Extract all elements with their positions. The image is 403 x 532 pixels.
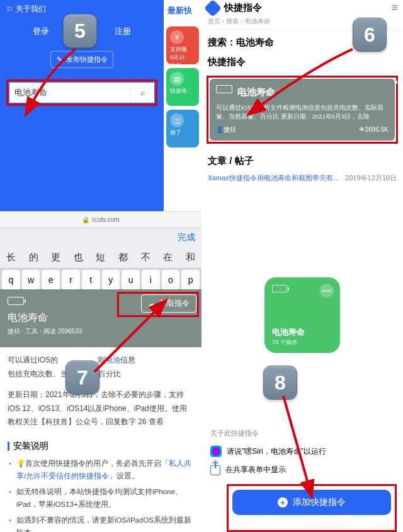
section-heading: 快捷指令 [202, 50, 403, 73]
key-y[interactable]: y [102, 270, 120, 290]
panel-7: ☁ 获取指令 电池寿命 捷径 · 工具 · 阅读 2696533 可以通过iOS… [0, 289, 202, 532]
candidate[interactable]: 的 [29, 252, 38, 263]
battery-icon [8, 297, 24, 305]
lock-icon: 🔒 [82, 216, 89, 223]
desc-text: 可以通过iOS的 [8, 356, 58, 364]
share-text: 在共享表单中显示 [225, 465, 286, 475]
search-input[interactable] [9, 88, 130, 98]
add-shortcut-button[interactable]: + 添加快捷指令 [232, 490, 391, 515]
search-button[interactable]: ⌕ [130, 83, 154, 103]
browser-url-bar[interactable]: 🔒 rcuts.com [0, 211, 202, 228]
result-desc: 可以通过iOS的分析文件检测电池信息包括充电次数、实际容量、当然容量、百分比 更… [216, 103, 389, 122]
highlight-box-8: + 添加快捷指令 [227, 484, 397, 532]
candidate[interactable]: 不 [141, 252, 150, 263]
desc-link[interactable]: 电池 [105, 356, 120, 364]
candidate[interactable]: 更 [51, 252, 60, 263]
app-logo-icon [204, 0, 222, 17]
share-row: 在共享表单中显示 [202, 461, 403, 479]
sidebar-card-1[interactable]: ¥ 支持微 9月21 捷径 [166, 26, 199, 64]
shortcut-description: 可以通过iOS的 则电池信息 包括充电次数、当然容量、百分比 更新日期：2021… [0, 347, 202, 532]
candidate[interactable]: 和 [186, 252, 195, 263]
key-e[interactable]: e [42, 270, 60, 290]
siri-row: 请说"嘿Siri，电池寿命"以运行 [202, 442, 403, 461]
sidebar-title: 最新快 [164, 0, 202, 23]
more-icon[interactable]: ••• [320, 284, 334, 298]
get-shortcut-button[interactable]: ☁ 获取指令 [141, 294, 196, 313]
user-icon: ⚐ [6, 5, 13, 14]
key-t[interactable]: t [82, 270, 100, 290]
url-host: rcuts.com [92, 216, 119, 223]
keyboard: 完成 长 的 更 也 短 都 不 在 和 q w e r t y u i o p [0, 228, 202, 292]
highlight-box-6: 电池寿命 可以通过iOS的分析文件检测电池信息包括充电次数、实际容量、当然容量、… [207, 76, 398, 144]
siri-icon [210, 446, 222, 457]
candidate[interactable]: 短 [96, 252, 105, 263]
keyboard-candidates: 长 的 更 也 短 都 不 在 和 [0, 246, 202, 268]
li-text: 」设置。 [109, 472, 139, 480]
about-shortcut-label: 关于此快捷指令 [210, 429, 394, 438]
install-item: 💡首次使用快捷指令的用户，务必首先开启「私人共享/允许不受信任的快捷指令」设置。 [8, 458, 194, 482]
article-row[interactable]: Xsmax快捷指令用电池寿命和截图带壳有... 2019年12月10日 [202, 171, 403, 189]
sidebar-card-2[interactable]: ▧ 快速地 [166, 68, 199, 106]
candidate[interactable]: 在 [163, 252, 173, 263]
key-u[interactable]: u [122, 270, 140, 290]
eye-icon: 👁 [359, 126, 365, 133]
plus-circle-icon: + [278, 497, 288, 507]
key-r[interactable]: r [62, 270, 80, 290]
result-title: 电池寿命 [237, 86, 275, 98]
result-views: 👁2696.5K [359, 126, 389, 133]
article-title: Xsmax快捷指令用电池寿命和截图带壳有... [208, 173, 345, 183]
desc-text: 信息 [120, 356, 135, 364]
candidate[interactable]: 都 [118, 252, 128, 263]
desc-text: 包括充电次数、当然容量、百分比 [8, 367, 194, 381]
card-text: 做了 [170, 129, 195, 137]
card-text: 捷径 [170, 62, 195, 64]
battery-icon [272, 285, 287, 292]
step-badge-8: 8 [263, 366, 297, 400]
battery-icon [216, 85, 232, 93]
user-icon: 👤 [216, 126, 224, 133]
step-badge-5: 5 [63, 14, 97, 48]
step-badge-6: 6 [353, 18, 387, 52]
app-title: 快捷指令 [224, 2, 386, 14]
li-text: 💡首次使用快捷指令的用户，务必首先开启「 [16, 460, 169, 467]
keyboard-done[interactable]: 完成 [0, 228, 202, 246]
search-icon: ⌕ [140, 88, 145, 97]
step-badge-7: 7 [65, 361, 99, 395]
desc-text: 更新日期：2021年5月3日，去除不必要的步骤，支持iOS 12、iOS13、i… [8, 388, 194, 429]
about-label: 关于我们 [16, 4, 46, 14]
candidate[interactable]: 也 [74, 252, 83, 263]
pencil-icon: ✎ [57, 55, 62, 64]
card-text: 快速地 [170, 87, 195, 95]
siri-text: 请说"嘿Siri，电池寿命"以运行 [227, 446, 326, 457]
card-text: 支持微 [170, 45, 195, 54]
install-item: 如无特殊说明，本站快捷指令均测试支持iPhone、iPad，苹果iOS13+系统… [8, 486, 194, 511]
preview-title: 电池寿命 [272, 327, 305, 338]
articles-heading: 文章 / 帖子 [202, 146, 403, 171]
cloud-download-icon: ☁ [148, 299, 156, 308]
install-item: 如遇到不兼容的情况，请更新iOS/iPadOS系统到最新版本。 [8, 514, 194, 532]
shortcut-meta: 捷径 · 工具 · 阅读 2696533 [8, 327, 194, 336]
key-w[interactable]: w [22, 270, 40, 290]
result-source: 👤捷径 [216, 125, 236, 134]
publish-label: 发布快捷指令 [66, 55, 108, 64]
sidebar-card-3[interactable]: ◫ 做了 [166, 110, 199, 147]
publish-button[interactable]: ✎ 发布快捷指令 [50, 51, 113, 68]
preview-subtitle: 73 个操作 [272, 338, 297, 347]
search-bar: ⌕ [9, 83, 154, 103]
menu-icon[interactable]: ≡ [391, 1, 398, 14]
add-label: 添加快捷指令 [293, 497, 346, 508]
key-p[interactable]: p [181, 270, 200, 290]
key-q[interactable]: q [2, 270, 20, 290]
highlight-box-5: ⌕ [6, 79, 157, 106]
candidate[interactable]: 长 [6, 252, 16, 263]
key-o[interactable]: o [162, 270, 180, 290]
search-result-card[interactable]: 电池寿命 可以通过iOS的分析文件检测电池信息包括充电次数、实际容量、当然容量、… [210, 79, 395, 141]
key-i[interactable]: i [142, 270, 160, 290]
install-heading: 安装说明 [8, 438, 194, 454]
desc-text: 则 [98, 356, 105, 364]
panel-8: ••• 电池寿命 73 个操作 关于此快捷指令 请说"嘿Siri，电池寿命"以运… [202, 277, 403, 532]
card-text: 9月21 [170, 54, 195, 62]
shortcut-preview-card[interactable]: ••• 电池寿命 73 个操作 [264, 277, 340, 353]
yen-icon: ¥ [170, 30, 184, 44]
crop-icon: ◫ [170, 113, 184, 127]
